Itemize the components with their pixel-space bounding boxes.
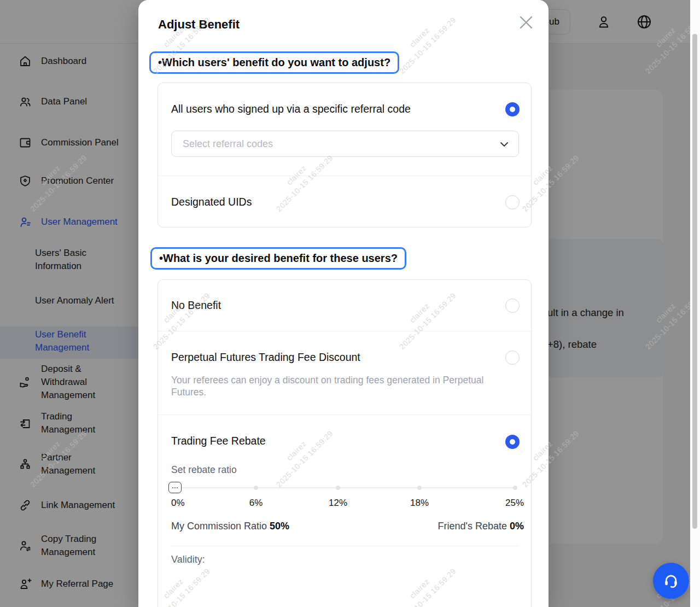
divider <box>158 415 532 415</box>
close-icon[interactable] <box>518 14 534 31</box>
slider-tick-dot <box>417 486 422 490</box>
referral-codes-select[interactable]: Select referral codes <box>171 131 519 157</box>
no-benefit-radio[interactable] <box>505 299 520 313</box>
scrollbar-thumb[interactable] <box>692 34 697 529</box>
slider-track[interactable] <box>174 487 515 488</box>
rebate-ratio-slider[interactable] <box>171 482 524 495</box>
my-commission-ratio: My Commission Ratio 50% <box>171 521 289 532</box>
support-chat-button[interactable] <box>653 563 689 599</box>
commission-value: 50% <box>270 521 289 532</box>
slider-tick-dot <box>513 486 517 490</box>
referral-radio[interactable] <box>505 102 520 116</box>
friend-rebate-value: 0% <box>510 521 524 532</box>
question-desired-benefit: •What is your desired benefit for these … <box>150 247 406 270</box>
slider-tick-labels: 0% 6% 12% 18% 25% <box>171 498 524 510</box>
friends-rebate: Friend's Rebate 0% <box>438 521 524 532</box>
select-placeholder: Select referral codes <box>183 138 273 150</box>
fee-discount-label: Perpetual Futures Trading Fee Discount <box>171 351 360 364</box>
modal-title: Adjust Benefit <box>158 17 240 32</box>
divider <box>171 546 519 546</box>
tick-label: 25% <box>505 498 524 509</box>
ratio-summary-row: My Commission Ratio 50% Friend's Rebate … <box>171 521 524 532</box>
tick-label: 0% <box>171 498 185 509</box>
divider <box>158 176 532 176</box>
chevron-down-icon <box>500 141 509 148</box>
divider <box>158 331 532 331</box>
tick-label: 6% <box>249 498 263 509</box>
slider-tick-dot <box>336 486 340 490</box>
fee-rebate-radio[interactable] <box>505 435 520 449</box>
fee-discount-description: Your referees can enjoy a discount on tr… <box>171 374 486 398</box>
designated-uids-label: Designated UIDs <box>171 196 252 208</box>
page-scrollbar[interactable] <box>690 0 700 607</box>
benefit-card: No Benefit Perpetual Futures Trading Fee… <box>158 279 532 607</box>
validity-label: Validity: <box>171 554 205 565</box>
headset-icon <box>662 572 680 590</box>
designated-uids-radio[interactable] <box>505 195 520 209</box>
fee-rebate-label: Trading Fee Rebate <box>171 435 266 447</box>
tick-label: 18% <box>410 498 429 509</box>
slider-handle[interactable] <box>168 482 182 493</box>
user-scope-card: All users who signed up via a specific r… <box>158 83 532 227</box>
fee-discount-radio[interactable] <box>505 351 520 365</box>
slider-tick-dot <box>254 486 258 490</box>
referral-option-label: All users who signed up via a specific r… <box>171 103 411 115</box>
set-rebate-ratio-label: Set rebate ratio <box>171 464 237 476</box>
page-root: BingX Dashboard Data Panel Commission Pa… <box>0 0 700 607</box>
tick-label: 12% <box>329 498 347 509</box>
adjust-benefit-modal: Adjust Benefit •Which users' benefit do … <box>138 0 549 607</box>
no-benefit-label: No Benefit <box>171 299 221 312</box>
question-which-users: •Which users' benefit do you want to adj… <box>149 51 399 74</box>
